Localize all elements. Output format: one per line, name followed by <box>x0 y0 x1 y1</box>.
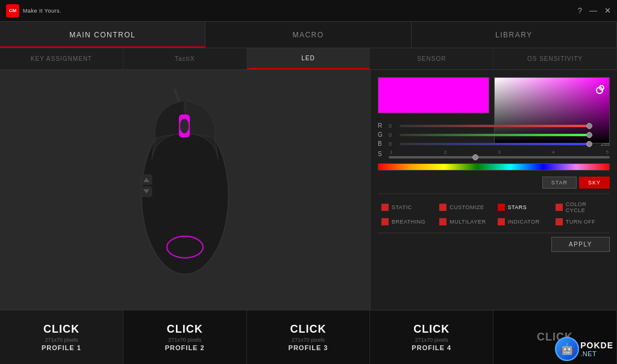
profile-3-click: CLICK <box>290 323 326 336</box>
led-control-panel: R 0 255 G 0 255 B 0 <box>371 70 617 310</box>
green-min: 0 <box>389 132 396 138</box>
top-navigation: MAIN CONTROL MACRO LIBRARY <box>0 22 617 48</box>
red-slider-track[interactable] <box>399 125 589 127</box>
effect-multilayer[interactable]: MULTILAYER <box>436 216 493 228</box>
effect-stars-label: STARS <box>508 204 527 210</box>
apply-area: APPLY <box>378 233 610 252</box>
svg-point-2 <box>180 119 189 133</box>
profile-2-click: CLICK <box>167 323 203 336</box>
sky-mode-button[interactable]: SKY <box>579 177 610 189</box>
color-preview <box>378 77 489 113</box>
speed-slider-track[interactable] <box>389 156 610 158</box>
effect-indicator-label: INDICATOR <box>508 219 540 225</box>
profile-1-click: CLICK <box>43 323 80 336</box>
effect-turn-off[interactable]: TURN OFF <box>552 216 610 228</box>
profile-item-5[interactable]: CLICK 🤖 POKDE .NET <box>493 310 617 364</box>
pokde-text-block: POKDE .NET <box>580 340 613 357</box>
mouse-preview-panel <box>0 70 371 310</box>
green-slider-thumb[interactable] <box>586 132 592 138</box>
profile-4-name: PROFILE 4 <box>412 344 451 351</box>
color-picker-handle <box>599 85 604 90</box>
mode-buttons-row: STAR SKY <box>378 177 610 189</box>
pokde-branding: 🤖 POKDE .NET <box>555 337 613 361</box>
blue-slider-track[interactable] <box>399 143 589 145</box>
subtab-os-sensitivity[interactable]: OS SENSITIVITY <box>493 48 617 69</box>
profile-1-name: PROFILE 1 <box>42 344 81 351</box>
profile-2-pixels: 271x70 pixels <box>168 337 201 343</box>
speed-label: S <box>378 151 385 157</box>
blue-label: B <box>378 140 385 147</box>
help-button[interactable]: ? <box>578 6 582 15</box>
effect-customize-dot <box>439 204 446 211</box>
speed-slider-row: S 1 2 3 4 5 <box>378 149 610 158</box>
effect-breathing-label: BREATHING <box>392 219 425 225</box>
close-button[interactable]: ✕ <box>604 6 611 15</box>
speed-numbers: 1 2 3 4 5 <box>389 149 610 155</box>
logo-icon: CM <box>6 4 19 17</box>
effect-customize[interactable]: CUSTOMIZE <box>436 199 493 216</box>
star-mode-button[interactable]: STAR <box>542 177 577 189</box>
titlebar: CM Make It Yours. ? — ✕ <box>0 0 617 22</box>
effect-multilayer-label: MULTILAYER <box>449 219 486 225</box>
speed-slider-thumb[interactable] <box>472 154 478 160</box>
tab-main-control[interactable]: MAIN CONTROL <box>0 22 205 48</box>
effect-turn-off-dot <box>556 218 563 225</box>
pokde-icon: 🤖 <box>560 342 574 356</box>
profile-item-3[interactable]: CLICK 271x70 pixels PROFILE 3 <box>247 310 371 364</box>
minimize-button[interactable]: — <box>589 6 597 15</box>
pokde-label: POKDE <box>580 340 613 350</box>
profile-4-pixels: 271x70 pixels <box>415 337 448 343</box>
subtab-sensor[interactable]: SENSOR <box>370 48 493 69</box>
blue-slider-thumb[interactable] <box>586 141 592 147</box>
effect-multilayer-dot <box>439 218 446 225</box>
profile-1-pixels: 271x70 pixels <box>45 337 78 343</box>
effect-breathing[interactable]: BREATHING <box>378 216 436 228</box>
profile-2-name: PROFILE 2 <box>165 344 205 351</box>
red-min: 0 <box>389 123 396 129</box>
rainbow-color-bar[interactable] <box>378 163 610 171</box>
effect-customize-label: CUSTOMIZE <box>449 204 484 210</box>
subtab-led[interactable]: LED <box>247 48 371 69</box>
profile-bar: CLICK 271x70 pixels PROFILE 1 CLICK 271x… <box>0 310 617 364</box>
speed-slider-container: 1 2 3 4 5 <box>389 149 610 158</box>
mouse-image <box>122 87 248 292</box>
subtab-tactix[interactable]: TactiX <box>124 48 247 69</box>
subtab-key-assignment[interactable]: KEY ASSIGNMENT <box>0 48 124 69</box>
logo-tagline: Make It Yours. <box>23 8 61 14</box>
green-slider-track[interactable] <box>399 134 589 136</box>
pokde-avatar: 🤖 <box>555 337 579 361</box>
profile-item-4[interactable]: CLICK 271x70 pixels PROFILE 4 <box>370 310 493 364</box>
red-slider-thumb[interactable] <box>586 123 592 129</box>
tab-library[interactable]: LIBRARY <box>412 22 617 48</box>
app-logo: CM Make It Yours. <box>6 4 61 17</box>
pokde-net: .NET <box>580 350 613 357</box>
profile-4-click: CLICK <box>413 323 449 336</box>
tab-macro[interactable]: MACRO <box>205 22 411 48</box>
effects-grid: STATIC CUSTOMIZE STARS COLOR CYCLE BREAT… <box>378 193 610 228</box>
green-label: G <box>378 131 385 138</box>
red-label: R <box>378 122 385 129</box>
effect-color-cycle-dot <box>556 204 563 211</box>
effect-indicator[interactable]: INDICATOR <box>494 216 552 228</box>
effect-static-label: STATIC <box>392 204 412 210</box>
effect-static-dot <box>381 204 389 211</box>
window-controls: ? — ✕ <box>578 6 611 15</box>
blue-min: 0 <box>389 141 396 147</box>
effect-color-cycle-label: COLOR CYCLE <box>566 201 606 213</box>
effect-stars-dot <box>498 204 505 211</box>
effect-color-cycle[interactable]: COLOR CYCLE <box>552 199 610 216</box>
effect-breathing-dot <box>381 218 389 225</box>
apply-button[interactable]: APPLY <box>551 237 610 252</box>
profile-3-name: PROFILE 3 <box>289 344 328 351</box>
profile-item-1[interactable]: CLICK 271x70 pixels PROFILE 1 <box>0 310 124 364</box>
profile-item-2[interactable]: CLICK 271x70 pixels PROFILE 2 <box>124 310 247 364</box>
effect-static[interactable]: STATIC <box>378 199 436 216</box>
profile-3-pixels: 271x70 pixels <box>292 337 325 343</box>
effect-indicator-dot <box>498 218 505 225</box>
color-top-row <box>378 77 610 116</box>
effect-stars[interactable]: STARS <box>494 199 552 216</box>
effect-turn-off-label: TURN OFF <box>566 219 596 225</box>
main-content-area: R 0 255 G 0 255 B 0 <box>0 70 617 310</box>
sub-navigation: KEY ASSIGNMENT TactiX LED SENSOR OS SENS… <box>0 48 617 70</box>
